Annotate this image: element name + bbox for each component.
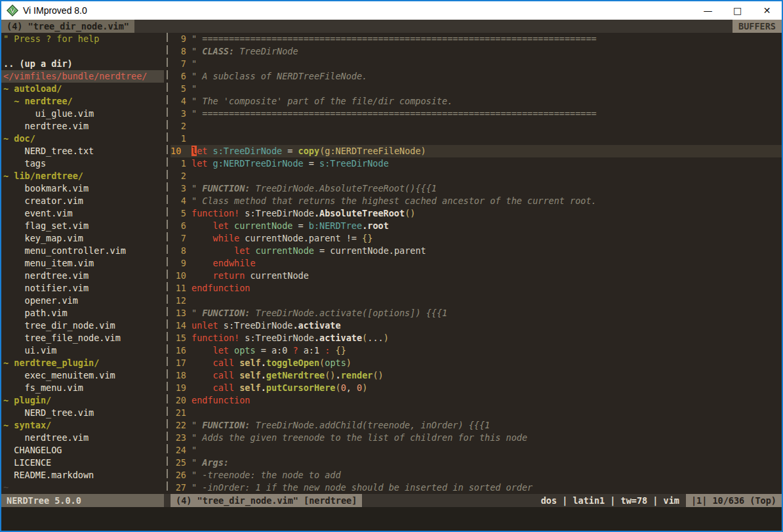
tree-file-item[interactable]: menu_controller.vim bbox=[1, 245, 164, 257]
code-line[interactable]: 24" bbox=[171, 444, 782, 457]
tree-file-item[interactable]: README.markdown bbox=[1, 469, 164, 481]
buffers-tab[interactable]: BUFFERS bbox=[733, 20, 782, 33]
line-number: 1 bbox=[171, 157, 186, 170]
tree-file-item[interactable]: tags bbox=[1, 157, 164, 170]
tree-file-item[interactable]: opener.vim bbox=[1, 295, 164, 307]
tree-file-item[interactable]: ui_glue.vim bbox=[1, 108, 164, 120]
tree-file-item[interactable]: NERD_tree.vim bbox=[1, 407, 164, 419]
code-line[interactable]: 11endfunction bbox=[171, 282, 782, 295]
tree-file-item[interactable]: LICENCE bbox=[1, 457, 164, 469]
code-line[interactable]: 2 bbox=[171, 120, 782, 133]
code-text: " ======================================… bbox=[191, 108, 597, 120]
code-line[interactable]: 2 bbox=[171, 170, 782, 182]
command-line[interactable] bbox=[1, 507, 782, 531]
tree-dir-item[interactable]: ~ plugin/ bbox=[1, 394, 164, 407]
tree-file-item[interactable]: nerdtree.vim bbox=[1, 270, 164, 282]
code-text: let s:TreeDirNode = copy(g:NERDTreeFileN… bbox=[191, 145, 426, 157]
tree-file-item[interactable]: NERD_tree.txt bbox=[1, 145, 164, 157]
code-line[interactable]: 26" -treenode: the node to add bbox=[171, 469, 782, 481]
code-line[interactable]: 8" CLASS: TreeDirNode bbox=[171, 45, 782, 58]
line-number: 22 bbox=[171, 419, 186, 432]
line-number: 12 bbox=[171, 295, 186, 307]
code-line[interactable]: 17 call self.toggleOpen(opts) bbox=[171, 357, 782, 369]
nerdtree-sidebar: " Press ? for help.. (up a dir)</vimfile… bbox=[1, 33, 164, 494]
code-line[interactable]: 6 let currentNode = b:NERDTree.root bbox=[171, 220, 782, 232]
code-line[interactable]: 6" A subclass of NERDTreeFileNode. bbox=[171, 70, 782, 83]
code-line[interactable]: 1 bbox=[171, 133, 782, 145]
code-line[interactable]: 10 return currentNode bbox=[171, 270, 782, 282]
tree-file-item[interactable]: nerdtree.vim bbox=[1, 120, 164, 133]
tree-dir-item[interactable]: ~ nerdtree/ bbox=[1, 95, 164, 108]
tab-tree-dir-node[interactable]: (4) "tree_dir_node.vim" bbox=[1, 20, 134, 33]
tree-file-item[interactable]: fs_menu.vim bbox=[1, 382, 164, 394]
maximize-button[interactable]: □ bbox=[723, 1, 752, 20]
code-line[interactable]: 9" =====================================… bbox=[171, 33, 782, 45]
tree-file-item[interactable]: exec_menuitem.vim bbox=[1, 369, 164, 382]
code-text: " The 'composite' part of the file/dir c… bbox=[191, 95, 452, 108]
code-line[interactable]: 23" Adds the given treenode to the list … bbox=[171, 432, 782, 444]
code-line[interactable]: 18 call self.getNerdtree().render() bbox=[171, 369, 782, 382]
tree-dir-item[interactable]: ~ autoload/ bbox=[1, 83, 164, 95]
code-line-current[interactable]: 10let s:TreeDirNode = copy(g:NERDTreeFil… bbox=[171, 145, 782, 157]
window-controls: — □ ✕ bbox=[693, 1, 782, 20]
code-line[interactable]: 5function! s:TreeDirNode.AbsoluteTreeRoo… bbox=[171, 207, 782, 220]
line-number: 18 bbox=[171, 369, 186, 382]
code-line[interactable]: 15function! s:TreeDirNode.activate(...) bbox=[171, 332, 782, 344]
tree-dir-item[interactable]: ~ syntax/ bbox=[1, 419, 164, 432]
tree-up-dir-item[interactable]: .. (up a dir) bbox=[1, 58, 164, 70]
code-line[interactable]: 27" -inOrder: 1 if the new node should b… bbox=[171, 481, 782, 494]
tree-file-item[interactable]: CHANGELOG bbox=[1, 444, 164, 457]
code-line[interactable]: 20endfunction bbox=[171, 394, 782, 407]
code-line[interactable]: 14unlet s:TreeDirNode.activate bbox=[171, 319, 782, 332]
code-line[interactable]: 3" FUNCTION: TreeDirNode.AbsoluteTreeRoo… bbox=[171, 182, 782, 195]
code-line[interactable]: 4" The 'composite' part of the file/dir … bbox=[171, 95, 782, 108]
code-text: " FUNCTION: TreeDirNode.activate([option… bbox=[191, 307, 447, 319]
statusline-fileinfo: dos | latin1 | tw=78 | vim bbox=[534, 494, 686, 507]
code-line[interactable]: 3" =====================================… bbox=[171, 108, 782, 120]
tree-file-item[interactable]: bookmark.vim bbox=[1, 182, 164, 195]
tree-file-item[interactable]: key_map.vim bbox=[1, 232, 164, 245]
tree-root-path[interactable]: </vimfiles/bundle/nerdtree/ bbox=[1, 70, 164, 83]
code-line[interactable]: 1let g:NERDTreeDirNode = s:TreeDirNode bbox=[171, 157, 782, 170]
code-line[interactable]: 5" bbox=[171, 83, 782, 95]
tree-file-item[interactable]: nerdtree.vim bbox=[1, 432, 164, 444]
code-line[interactable]: 16 let opts = a:0 ? a:1 : {} bbox=[171, 344, 782, 357]
tree-file-item[interactable]: flag_set.vim bbox=[1, 220, 164, 232]
code-line[interactable]: 21 bbox=[171, 407, 782, 419]
code-line[interactable]: 19 call self.putCursorHere(0, 0) bbox=[171, 382, 782, 394]
minimize-button[interactable]: — bbox=[693, 1, 723, 20]
line-number: 1 bbox=[171, 133, 186, 145]
tree-help-text: " Press ? for help bbox=[1, 33, 164, 45]
cursor-block: l bbox=[191, 146, 197, 156]
code-line[interactable]: 8 let currentNode = currentNode.parent bbox=[171, 245, 782, 257]
tree-file-item[interactable]: creator.vim bbox=[1, 195, 164, 207]
tree-file-item[interactable]: path.vim bbox=[1, 307, 164, 319]
code-line[interactable]: 25" Args: bbox=[171, 457, 782, 469]
statusline-gap bbox=[164, 494, 171, 507]
window-vertical-separator[interactable] bbox=[164, 33, 171, 494]
tree-dir-item[interactable]: ~ doc/ bbox=[1, 133, 164, 145]
code-line[interactable]: 22" FUNCTION: TreeDirNode.addChild(treen… bbox=[171, 419, 782, 432]
tree-file-item[interactable]: menu_item.vim bbox=[1, 257, 164, 270]
close-button[interactable]: ✕ bbox=[752, 1, 782, 20]
empty-line-tilde: ~ bbox=[1, 481, 164, 494]
code-line[interactable]: 7 while currentNode.parent != {} bbox=[171, 232, 782, 245]
code-text: call self.getNerdtree().render() bbox=[191, 369, 384, 382]
code-text: endfunction bbox=[191, 282, 250, 295]
titlebar: Vi IMproved 8.0 — □ ✕ bbox=[1, 1, 782, 20]
code-line[interactable]: 12 bbox=[171, 295, 782, 307]
code-line[interactable]: 4" Class method that returns the highest… bbox=[171, 195, 782, 207]
code-text: let currentNode = currentNode.parent bbox=[191, 245, 426, 257]
editor-buffer[interactable]: 9" =====================================… bbox=[171, 33, 782, 494]
code-line[interactable]: 13" FUNCTION: TreeDirNode.activate([opti… bbox=[171, 307, 782, 319]
tree-file-item[interactable]: event.vim bbox=[1, 207, 164, 220]
tree-dir-item[interactable]: ~ nerdtree_plugin/ bbox=[1, 357, 164, 369]
tree-dir-item[interactable]: ~ lib/nerdtree/ bbox=[1, 170, 164, 182]
tree-file-item[interactable]: ui.vim bbox=[1, 344, 164, 357]
tree-file-item[interactable]: notifier.vim bbox=[1, 282, 164, 295]
code-line[interactable]: 9 endwhile bbox=[171, 257, 782, 270]
tree-file-item[interactable]: tree_dir_node.vim bbox=[1, 319, 164, 332]
code-text: while currentNode.parent != {} bbox=[191, 232, 372, 245]
tree-file-item[interactable]: tree_file_node.vim bbox=[1, 332, 164, 344]
code-line[interactable]: 7" bbox=[171, 58, 782, 70]
